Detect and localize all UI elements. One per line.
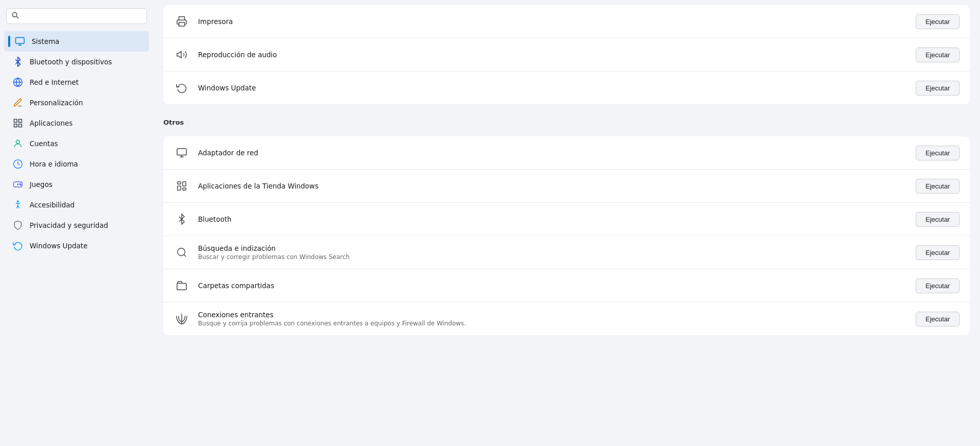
trouble-icon-carpetas xyxy=(174,277,190,294)
sidebar-item-aplicaciones[interactable]: Aplicaciones xyxy=(4,113,149,133)
run-btn-impresora[interactable]: Ejecutar xyxy=(916,14,960,29)
trouble-text-busqueda: Búsqueda e indización Buscar y corregir … xyxy=(198,244,908,261)
active-indicator xyxy=(8,36,10,47)
trouble-name-adaptador: Adaptador de red xyxy=(198,149,908,157)
svg-rect-2 xyxy=(16,38,24,44)
trouble-desc-busqueda: Buscar y corregir problemas con Windows … xyxy=(198,253,908,261)
svg-marker-20 xyxy=(177,52,181,58)
sidebar-label-juegos: Juegos xyxy=(30,180,53,189)
trouble-name-winupdate: Windows Update xyxy=(198,84,908,92)
sidebar-icon-accesibilidad xyxy=(12,199,23,210)
main-content: Impresora Ejecutar Reproducción de audio… xyxy=(153,0,980,446)
trouble-text-audio: Reproducción de audio xyxy=(198,51,908,59)
sidebar-icon-sistema xyxy=(14,36,26,47)
sidebar-label-hora: Hora e idioma xyxy=(30,160,78,168)
trouble-text-conexiones: Conexiones entrantes Busque y corrija pr… xyxy=(198,311,908,327)
sidebar-icon-red xyxy=(12,77,23,88)
sidebar-icon-aplicaciones xyxy=(12,118,23,129)
svg-rect-8 xyxy=(19,120,22,123)
sidebar-icon-personalizacion xyxy=(12,97,23,108)
trouble-name-busqueda: Búsqueda e indización xyxy=(198,244,908,252)
sidebar-icon-juegos xyxy=(12,179,23,190)
sidebar-label-bluetooth: Bluetooth y dispositivos xyxy=(30,58,112,66)
sidebar-label-sistema: Sistema xyxy=(32,37,59,45)
trouble-text-adaptador: Adaptador de red xyxy=(198,149,908,157)
sidebar-icon-privacidad xyxy=(12,220,23,231)
trouble-text-winupdate: Windows Update xyxy=(198,84,908,92)
sidebar-item-personalizacion[interactable]: Personalización xyxy=(4,92,149,113)
trouble-name-conexiones: Conexiones entrantes xyxy=(198,311,908,319)
sidebar-label-cuentas: Cuentas xyxy=(30,139,58,148)
run-btn-carpetas[interactable]: Ejecutar xyxy=(916,278,960,293)
run-btn-busqueda[interactable]: Ejecutar xyxy=(916,245,960,260)
trouble-item-carpetas: Carpetas compartidas Ejecutar xyxy=(163,269,970,302)
sidebar-label-personalizacion: Personalización xyxy=(30,99,83,107)
svg-rect-25 xyxy=(178,186,181,190)
trouble-icon-bluetooth2 xyxy=(174,211,190,227)
trouble-icon-conexiones xyxy=(174,311,190,327)
trouble-desc-conexiones: Busque y corrija problemas con conexione… xyxy=(198,320,908,327)
trouble-name-impresora: Impresora xyxy=(198,17,908,26)
run-btn-adaptador[interactable]: Ejecutar xyxy=(916,146,960,160)
trouble-name-carpetas: Carpetas compartidas xyxy=(198,281,908,290)
sidebar-item-sistema[interactable]: Sistema xyxy=(4,31,149,52)
svg-rect-7 xyxy=(14,120,17,123)
sidebar-item-hora[interactable]: Hora e idioma xyxy=(4,154,149,174)
trouble-icon-winupdate xyxy=(174,80,190,96)
svg-point-11 xyxy=(16,140,20,144)
search-input[interactable] xyxy=(23,12,141,20)
trouble-text-bluetooth2: Bluetooth xyxy=(198,215,908,223)
sidebar-label-aplicaciones: Aplicaciones xyxy=(30,119,72,127)
trouble-icon-tienda xyxy=(174,178,190,194)
svg-point-0 xyxy=(12,12,17,17)
sidebar-item-bluetooth[interactable]: Bluetooth y dispositivos xyxy=(4,52,149,72)
run-btn-audio[interactable]: Ejecutar xyxy=(916,48,960,62)
run-btn-tienda[interactable]: Ejecutar xyxy=(916,179,960,194)
search-box[interactable] xyxy=(6,8,147,24)
troubleshoot-sections: Impresora Ejecutar Reproducción de audio… xyxy=(153,5,980,335)
svg-line-29 xyxy=(184,254,186,256)
run-btn-conexiones[interactable]: Ejecutar xyxy=(916,312,960,326)
sidebar-label-accesibilidad: Accesibilidad xyxy=(30,201,75,209)
sidebar-icon-update xyxy=(12,240,23,251)
svg-point-17 xyxy=(20,184,21,185)
section-card-otros: Adaptador de red Ejecutar Aplicaciones d… xyxy=(163,136,970,335)
sidebar-item-accesibilidad[interactable]: Accesibilidad xyxy=(4,195,149,215)
sidebar-item-update[interactable]: Windows Update xyxy=(4,236,149,256)
svg-rect-24 xyxy=(178,182,181,184)
section-card-recommended: Impresora Ejecutar Reproducción de audio… xyxy=(163,5,970,104)
svg-rect-26 xyxy=(183,182,186,186)
trouble-icon-busqueda xyxy=(174,244,190,261)
trouble-text-carpetas: Carpetas compartidas xyxy=(198,281,908,290)
sidebar-item-juegos[interactable]: Juegos xyxy=(4,174,149,195)
run-btn-bluetooth2[interactable]: Ejecutar xyxy=(916,212,960,227)
sidebar-item-cuentas[interactable]: Cuentas xyxy=(4,133,149,154)
trouble-name-tienda: Aplicaciones de la Tienda Windows xyxy=(198,182,908,190)
sidebar-item-red[interactable]: Red e Internet xyxy=(4,72,149,92)
trouble-item-bluetooth2: Bluetooth Ejecutar xyxy=(163,202,970,236)
svg-rect-27 xyxy=(183,188,186,191)
trouble-item-conexiones: Conexiones entrantes Busque y corrija pr… xyxy=(163,302,970,335)
sidebar-item-privacidad[interactable]: Privacidad y seguridad xyxy=(4,215,149,236)
section-title-otros: Otros xyxy=(153,109,980,131)
svg-point-18 xyxy=(17,201,19,202)
trouble-name-bluetooth2: Bluetooth xyxy=(198,215,908,223)
sidebar-items-container: SistemaBluetooth y dispositivosRed e Int… xyxy=(0,31,153,256)
search-icon xyxy=(12,12,19,20)
svg-rect-9 xyxy=(14,124,17,127)
run-btn-winupdate[interactable]: Ejecutar xyxy=(916,81,960,96)
trouble-icon-adaptador xyxy=(174,145,190,161)
svg-rect-21 xyxy=(177,149,186,155)
sidebar-label-update: Windows Update xyxy=(30,242,87,250)
sidebar-icon-cuentas xyxy=(12,138,23,149)
trouble-text-impresora: Impresora xyxy=(198,17,908,26)
sidebar-icon-hora xyxy=(12,158,23,170)
sidebar: SistemaBluetooth y dispositivosRed e Int… xyxy=(0,0,153,446)
svg-line-1 xyxy=(16,16,18,18)
trouble-item-adaptador: Adaptador de red Ejecutar xyxy=(163,136,970,169)
trouble-name-audio: Reproducción de audio xyxy=(198,51,908,59)
trouble-icon-audio xyxy=(174,46,190,63)
svg-rect-19 xyxy=(179,22,185,26)
sidebar-label-privacidad: Privacidad y seguridad xyxy=(30,221,108,229)
trouble-item-audio: Reproducción de audio Ejecutar xyxy=(163,38,970,71)
